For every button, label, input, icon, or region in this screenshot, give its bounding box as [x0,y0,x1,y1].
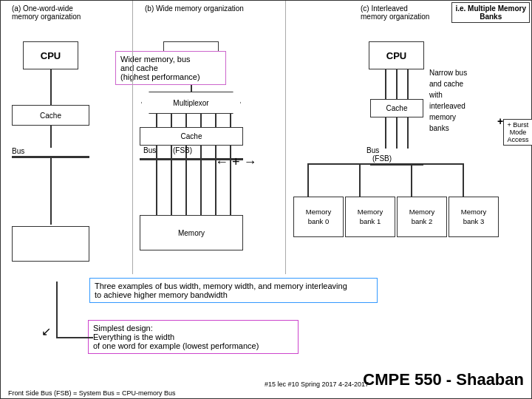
section-b-title: (b) Wide memory organization [145,4,244,13]
memory-b: Memory [140,215,243,250]
arrow-line [56,337,93,338]
memory-a [12,226,89,262]
arrows: ← + → [215,154,257,170]
divider-ab [132,1,133,274]
multiplexor: Multiplexor [141,92,241,114]
divider-bc [285,1,286,274]
cache-a: Cache [12,105,89,126]
memory-bank-1: Memorybank 1 [345,197,395,237]
cache-c: Cache [370,99,423,117]
narrow-note: Narrow bus and cache with interleaved me… [429,67,467,134]
cmpe-label: CMPE 550 - Shaaban [363,370,524,389]
cache-to-bus-a [50,126,52,148]
bus-b-label: Bus [143,146,156,154]
footer-left: Front Side Bus (FSB) = System Bus = CPU-… [8,389,176,397]
footer-right: #15 lec #10 Spring 2017 4-24-2017 [265,381,369,388]
cache-b: Cache [140,127,243,146]
main-container: i.e. Multiple Memory Banks (a) One-word-… [0,0,532,399]
bus-to-mem-a [50,158,52,225]
memory-bank-3: Memorybank 3 [449,197,499,237]
plus-sign: + [497,115,503,127]
cpu-a: CPU [23,41,78,69]
memory-bank-2: Memorybank 2 [397,197,447,237]
arrow-vert [56,282,58,338]
cpu-to-cache-a [50,69,52,105]
memory-bank-0: Memorybank 0 [293,197,344,237]
fsb-c-label: (FSB) [372,154,392,163]
purple-note: Simplest design: Everything is the width… [88,320,299,354]
ie-label: i.e. Multiple Memory Banks [451,2,530,23]
blue-note: Three examples of bus width, memory widt… [89,278,378,303]
section-a-title: (a) One-word-wide memory organization [12,4,81,21]
arrow-head: ↙ [41,324,51,338]
burst-box: + Burst Mode Access [503,119,532,146]
bus-a-label: Bus [12,147,24,155]
cpu-c: CPU [369,41,424,69]
section-c-title: (c) Interleaved memory organization [361,4,429,21]
bus-c-label: Bus [366,146,379,154]
fsb-b-label: (FSB) [173,146,192,154]
